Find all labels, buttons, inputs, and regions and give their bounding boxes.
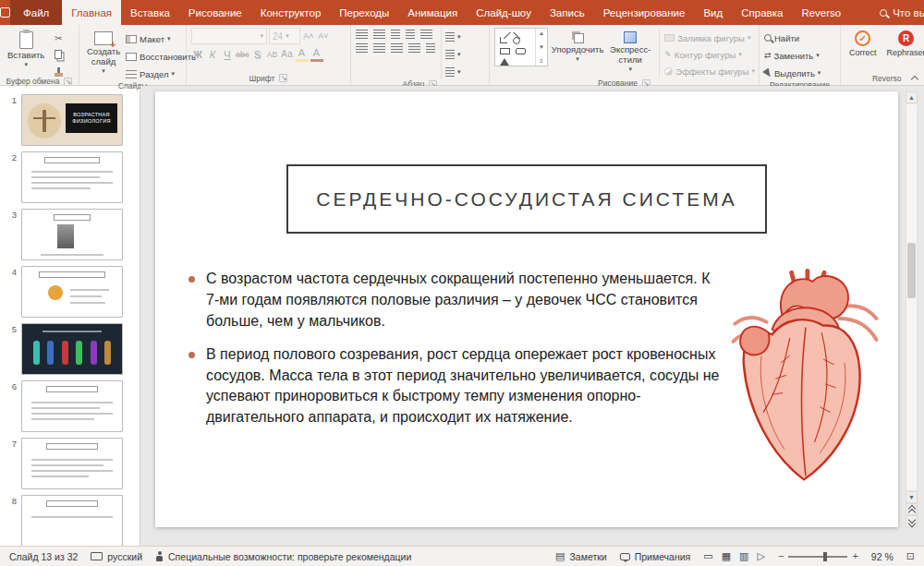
format-painter-button[interactable] (50, 63, 67, 77)
align-right-button[interactable] (391, 43, 403, 53)
anatomical-heart-image[interactable] (721, 261, 889, 503)
slideshow-view-button[interactable]: ▷ (758, 550, 765, 562)
shape-fill-button[interactable]: Заливка фигуры ▾ (664, 30, 755, 45)
underline-button[interactable]: Ч (221, 47, 234, 62)
thumbnail-image[interactable] (21, 495, 123, 546)
scrollbar-track[interactable] (906, 103, 918, 491)
new-slide-button[interactable]: Создать слайд ▾ (84, 28, 123, 77)
slide-sorter-view-button[interactable]: ▦ (722, 550, 731, 562)
thumbnail-slide-1[interactable]: 1 ВОЗРАСТНАЯ ФИЗИОЛОГИЯ (0, 91, 140, 149)
zoom-slider[interactable] (788, 556, 847, 558)
normal-view-button[interactable]: ▭ (703, 550, 712, 562)
tab-slideshow[interactable]: Слайд-шоу (467, 0, 541, 25)
increase-indent-button[interactable] (406, 30, 415, 39)
arrange-button[interactable]: Упорядочить ▾ (551, 28, 604, 65)
bold-button[interactable]: Ж (191, 47, 204, 62)
thumbnail-slide-2[interactable]: 2 (0, 149, 140, 206)
align-center-button[interactable] (373, 43, 385, 53)
notes-button[interactable]: ▤ Заметки (555, 551, 607, 562)
tab-view[interactable]: Вид (694, 0, 732, 25)
font-size-combobox[interactable]: 24 ▾ (269, 28, 300, 44)
shape-effects-button[interactable]: Эффекты фигуры ▾ (664, 64, 755, 78)
zoom-level[interactable]: 92 % (871, 551, 894, 562)
scrollbar-thumb[interactable] (907, 243, 916, 298)
tell-me-search[interactable]: Что вы хотите сделать? (880, 0, 924, 25)
change-case-button[interactable]: Аа (281, 47, 294, 62)
shapes-gallery[interactable]: ▲ ▼ ≡ (494, 28, 548, 66)
font-dialog-launcher[interactable]: ↘ (279, 74, 287, 82)
thumbnail-image[interactable] (21, 380, 123, 432)
font-name-combobox[interactable]: ▾ (191, 28, 267, 44)
tab-design[interactable]: Конструктор (251, 0, 331, 25)
columns-button[interactable] (426, 43, 435, 53)
line-spacing-button[interactable] (420, 30, 432, 39)
reading-view-button[interactable]: ▥ (739, 550, 748, 562)
thumbnail-image[interactable] (21, 266, 123, 318)
thumbnail-slide-3[interactable]: 3 (0, 206, 140, 263)
bulleted-list-button[interactable] (356, 30, 368, 39)
scroll-up-icon[interactable]: ▲ (539, 30, 544, 36)
grow-font-button[interactable]: А˄ (302, 29, 315, 43)
clipboard-dialog-launcher[interactable]: ↘ (64, 78, 72, 86)
copy-button[interactable] (50, 47, 67, 61)
tab-record[interactable]: Запись (541, 0, 594, 25)
bullet-text[interactable]: В период полового созревания, рост сердц… (206, 344, 724, 429)
comments-button[interactable]: Примечания (620, 551, 691, 562)
align-text-button[interactable]: ▾ (445, 47, 461, 62)
zoom-in-button[interactable]: + (852, 551, 857, 561)
numbered-list-button[interactable] (373, 30, 385, 39)
shape-rounded-rectangle-icon[interactable] (516, 48, 526, 54)
tab-home[interactable]: Главная (62, 0, 121, 25)
vertical-scrollbar[interactable]: ▲ ▼ (905, 91, 918, 527)
zoom-out-button[interactable]: − (778, 551, 784, 561)
justify-button[interactable] (408, 43, 420, 53)
collapse-ribbon-button[interactable] (912, 75, 918, 81)
tab-review[interactable]: Рецензирование (594, 0, 695, 25)
tab-transitions[interactable]: Переходы (330, 0, 398, 25)
thumbnail-image[interactable] (21, 151, 123, 203)
zoom-slider-thumb[interactable] (823, 552, 827, 561)
character-spacing-button[interactable]: АВ (266, 47, 279, 62)
cut-button[interactable]: ✂ (50, 31, 67, 45)
text-direction-button[interactable]: ▾ (445, 30, 461, 44)
scroll-down-icon[interactable]: ▼ (539, 44, 544, 50)
thumbnail-slide-7[interactable]: 7 (0, 435, 140, 492)
scroll-up-button[interactable]: ▲ (906, 91, 918, 103)
thumbnail-image[interactable] (21, 323, 123, 375)
language-status[interactable]: русский (91, 551, 142, 562)
bullet-text[interactable]: С возрастом частота сердечных сокращений… (206, 269, 724, 332)
reverso-correct-button[interactable]: ✓ Correct (845, 28, 881, 57)
replace-button[interactable]: ⇄ Заменить ▾ (764, 48, 821, 63)
current-slide[interactable]: СЕРДЕЧНО-СОСУДИСТАЯ СИСТЕМА С возрастом … (155, 91, 898, 527)
italic-button[interactable]: К (206, 47, 219, 62)
shrink-font-button[interactable]: А˅ (317, 29, 330, 43)
reverso-rephraser-button[interactable]: R Rephraser (883, 28, 924, 57)
shape-outline-button[interactable]: ✎ Контур фигуры ▾ (664, 47, 755, 62)
gallery-more-icon[interactable]: ≡ (540, 58, 543, 64)
shape-rectangle-icon[interactable] (500, 48, 510, 54)
decrease-indent-button[interactable] (391, 30, 400, 39)
reset-button[interactable]: Восстановить (126, 49, 196, 64)
thumbnail-image[interactable] (21, 438, 123, 489)
layout-button[interactable]: Макет ▾ (126, 31, 196, 46)
tab-file[interactable]: Файл (10, 0, 62, 25)
fit-to-window-button[interactable]: ⊡ (906, 551, 915, 561)
powerpoint-app-icon[interactable] (0, 0, 10, 25)
tab-help[interactable]: Справка (732, 0, 792, 25)
thumbnail-slide-4[interactable]: 4 (0, 263, 140, 320)
thumbnail-slide-8[interactable]: 8 (0, 492, 140, 546)
shape-triangle-icon[interactable] (500, 58, 509, 66)
section-button[interactable]: Раздел ▾ (126, 66, 196, 81)
thumbnail-slide-5[interactable]: 5 (0, 320, 140, 378)
quick-styles-button[interactable]: Экспресс-стили ▾ (607, 28, 653, 75)
slide-body-placeholder[interactable]: С возрастом частота сердечных сокращений… (188, 269, 724, 440)
slide-indicator[interactable]: Слайд 13 из 32 (9, 551, 78, 562)
shapes-gallery-scrollbar[interactable]: ▲ ▼ ≡ (535, 29, 547, 66)
tab-draw[interactable]: Рисование (179, 0, 251, 25)
strikethrough-button[interactable]: abc (236, 47, 249, 62)
convert-smartart-button[interactable]: ▾ (445, 65, 461, 79)
align-left-button[interactable] (356, 43, 368, 53)
tab-insert[interactable]: Вставка (121, 0, 179, 25)
paste-button[interactable]: Вставить ▾ (5, 28, 47, 70)
font-color-button[interactable]: А (310, 47, 323, 62)
